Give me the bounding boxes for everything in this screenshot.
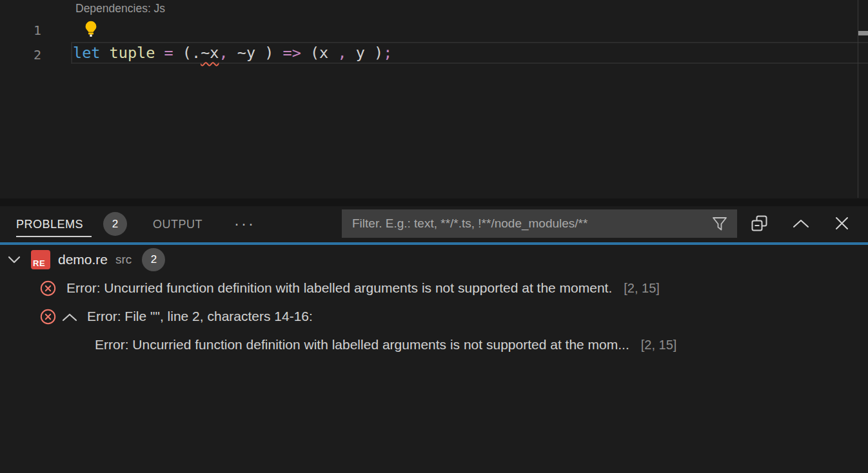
- reason-file-icon: RE: [31, 250, 50, 269]
- code-token: let: [73, 44, 100, 62]
- lightbulb-icon[interactable]: [84, 21, 98, 37]
- code-token: =>: [282, 44, 301, 62]
- filter-box: [342, 209, 737, 238]
- problem-message: Error: Uncurried function definition wit…: [95, 337, 629, 352]
- code-token: [173, 44, 182, 62]
- collapse-all-icon: [751, 215, 768, 235]
- chevron-up-icon[interactable]: [62, 313, 77, 321]
- panel-top-shadow: [0, 198, 868, 206]
- collapse-all-button[interactable]: [749, 206, 769, 243]
- reason-file-icon-label: RE: [33, 258, 45, 268]
- chevron-down-icon[interactable]: [8, 255, 21, 264]
- code-token: [100, 44, 109, 62]
- problem-location: [2, 15]: [624, 281, 660, 296]
- codelens-link[interactable]: Dependencies: Js: [75, 2, 165, 15]
- problems-list: RE demo.re src 2 Error: Uncurried functi…: [0, 246, 868, 359]
- code-token: (x: [310, 44, 337, 62]
- code-token: ,: [219, 44, 228, 62]
- code-token: ,: [337, 44, 346, 62]
- problem-row-2[interactable]: Error: File "", line 2, characters 14-16…: [0, 302, 868, 331]
- code-token: [273, 44, 282, 62]
- overview-ruler-cursor-marker: [858, 31, 868, 35]
- filter-input[interactable]: [351, 216, 706, 231]
- scrollbar-divider: [858, 0, 858, 198]
- line-number-2: 2: [0, 47, 41, 63]
- file-name: demo.re: [58, 252, 108, 267]
- problem-location: [2, 15]: [641, 338, 677, 352]
- code-token: [155, 44, 164, 62]
- code-editor[interactable]: Dependencies: Js 1 2 let tuple = (.~x, ~…: [0, 0, 868, 198]
- chevron-up-icon: [793, 219, 809, 231]
- tab-output-label: OUTPUT: [153, 218, 202, 231]
- code-token: y ): [347, 44, 384, 62]
- maximize-panel-button[interactable]: [791, 206, 811, 243]
- active-tab-underline: [16, 236, 92, 237]
- error-icon: [40, 280, 56, 296]
- problem-row-2-continuation[interactable]: Error: Uncurried function definition wit…: [0, 331, 868, 359]
- code-token: ;: [383, 44, 392, 62]
- problems-count-badge: 2: [103, 212, 127, 236]
- problem-message: Error: File "", line 2, characters 14-16…: [87, 309, 313, 324]
- error-icon: [40, 309, 56, 325]
- close-panel-button[interactable]: [831, 206, 852, 243]
- code-token: ~y ): [237, 44, 274, 62]
- close-icon: [834, 216, 849, 233]
- code-token: =: [164, 44, 173, 62]
- filter-funnel-icon[interactable]: [711, 215, 728, 232]
- tab-problems-label: PROBLEMS: [16, 218, 83, 231]
- code-token: [228, 44, 237, 62]
- more-actions-icon[interactable]: ···: [234, 206, 255, 243]
- panel-header: PROBLEMS 2 OUTPUT ···: [0, 206, 868, 243]
- problem-message: Error: Uncurried function definition wit…: [66, 280, 612, 296]
- line-number-1: 1: [0, 23, 41, 38]
- problem-row-1[interactable]: Error: Uncurried function definition wit…: [0, 274, 868, 302]
- file-path: src: [115, 253, 132, 267]
- code-line-content[interactable]: let tuple = (.~x, ~y ) => (x , y );: [73, 42, 392, 64]
- file-row[interactable]: RE demo.re src 2: [0, 246, 868, 274]
- file-problem-count-badge: 2: [142, 248, 165, 271]
- code-token: [301, 44, 310, 62]
- tab-output[interactable]: OUTPUT: [153, 206, 202, 243]
- code-token: (.: [182, 44, 201, 62]
- code-token: tuple: [110, 44, 155, 62]
- tab-problems[interactable]: PROBLEMS: [16, 206, 83, 243]
- vscode-window: Dependencies: Js 1 2 let tuple = (.~x, ~…: [0, 0, 868, 473]
- code-token-error: ~x: [201, 44, 219, 62]
- panel-focus-border: [0, 242, 868, 245]
